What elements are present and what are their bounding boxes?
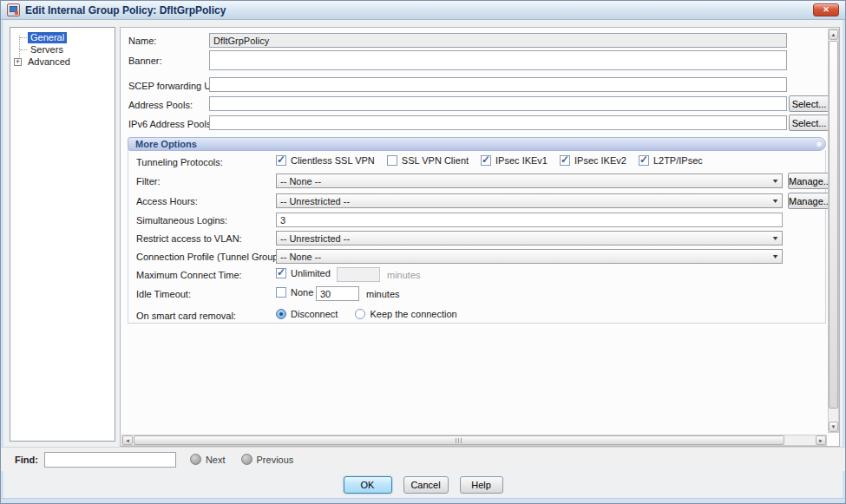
navigation-tree: General Servers + Advanced [10, 27, 115, 442]
scroll-up-button[interactable]: ▲ [829, 29, 838, 40]
find-next-label: Next [206, 455, 226, 465]
horizontal-scrollbar-thumb[interactable] [134, 435, 784, 445]
scroll-down-icon: ▼ [831, 424, 836, 429]
find-bar: Find: Next Previous [1, 447, 845, 471]
banner-field[interactable] [209, 50, 787, 70]
scrollbar-grip-icon [456, 438, 463, 443]
access-hours-dropdown[interactable]: -- Unrestricted -- ▼ [276, 193, 783, 208]
name-label: Name: [128, 36, 156, 46]
restrict-vlan-dropdown[interactable]: -- Unrestricted -- ▼ [276, 231, 783, 245]
checkbox-label: None [291, 287, 313, 298]
checkbox-icon: ✓ [639, 155, 649, 166]
help-button[interactable]: Help [460, 476, 503, 494]
tunneling-protocols-row: ✓ Clientless SSL VPN ✓ SSL VPN Client ✓ … [276, 155, 703, 166]
filter-dropdown[interactable]: -- None -- ▼ [276, 173, 783, 188]
checkbox-clientless-ssl-vpn[interactable]: ✓ Clientless SSL VPN [276, 155, 375, 166]
access-hours-dropdown-value: -- Unrestricted -- [280, 196, 772, 206]
vertical-scrollbar[interactable]: ▲ ▼ [828, 29, 839, 433]
find-previous-button[interactable]: Previous [241, 454, 294, 465]
radio-label: Keep the connection [370, 309, 456, 319]
maximum-connect-time-row: ✓ Unlimited [276, 268, 331, 278]
checkbox-label: L2TP/IPsec [653, 155, 703, 166]
checkbox-icon: ✓ [276, 155, 286, 166]
check-icon: ✓ [482, 154, 490, 166]
dialog-footer: OK Cancel Help [1, 474, 845, 496]
checkbox-label: Unlimited [291, 268, 331, 278]
smart-card-removal-label: On smart card removal: [136, 311, 236, 321]
address-pools-field[interactable] [209, 96, 787, 111]
address-pools-select-button[interactable]: Select... [789, 95, 830, 112]
maximum-connect-time-label: Maximum Connect Time: [136, 270, 242, 280]
app-icon-accent [15, 11, 18, 15]
scep-url-field[interactable] [209, 77, 787, 92]
vertical-scrollbar-thumb[interactable] [829, 41, 838, 409]
smart-card-removal-row: Disconnect Keep the connection [276, 309, 457, 319]
access-hours-manage-button[interactable]: Manage... [788, 193, 831, 209]
cancel-button[interactable]: Cancel [403, 476, 449, 494]
access-hours-label: Access Hours: [136, 196, 198, 206]
checkbox-icon: ✓ [387, 155, 397, 166]
idle-timeout-unit-label: minutes [366, 289, 400, 299]
checkbox-none[interactable]: ✓ None [276, 287, 313, 298]
close-button[interactable]: ✕ [813, 3, 839, 16]
checkbox-icon: ✓ [276, 287, 286, 298]
scroll-right-icon: ► [818, 438, 823, 443]
more-options-group: Tunneling Protocols: ✓ Clientless SSL VP… [128, 150, 826, 324]
checkbox-ipsec-ikev1[interactable]: ✓ IPsec IKEv1 [481, 155, 548, 166]
expand-icon[interactable]: + [14, 58, 22, 66]
scroll-down-button[interactable]: ▼ [829, 422, 838, 432]
maximum-connect-time-minutes-field [337, 267, 380, 282]
dropdown-arrow-icon: ▼ [771, 253, 779, 259]
check-icon: ✓ [277, 154, 285, 166]
checkbox-unlimited[interactable]: ✓ Unlimited [276, 268, 331, 278]
tree-item-advanced[interactable]: Advanced [25, 56, 73, 68]
window-title: Edit Internal Group Policy: DfltGrpPolic… [25, 4, 808, 16]
checkbox-l2tp-ipsec[interactable]: ✓ L2TP/IPsec [639, 155, 703, 166]
window-frame-bottom [1, 498, 845, 503]
checkbox-ssl-vpn-client[interactable]: ✓ SSL VPN Client [387, 155, 469, 166]
tunnel-group-lock-dropdown[interactable]: -- None -- ▼ [276, 249, 783, 264]
idle-timeout-minutes-field[interactable] [316, 286, 359, 301]
tree-item-general[interactable]: General [28, 32, 67, 43]
radio-icon [276, 309, 286, 319]
tunnel-group-lock-dropdown-value: -- None -- [280, 252, 772, 262]
check-icon: ✓ [277, 266, 285, 278]
check-icon: ✓ [561, 154, 569, 166]
find-previous-label: Previous [257, 455, 294, 465]
collapse-icon[interactable] [816, 141, 823, 147]
dropdown-arrow-icon: ▼ [771, 198, 779, 204]
scroll-left-icon: ◄ [125, 438, 130, 443]
radio-disconnect[interactable]: Disconnect [276, 309, 338, 319]
ipv6-address-pools-label: IPv6 Address Pools: [128, 119, 213, 129]
tree-connector [20, 49, 27, 50]
scroll-right-button[interactable]: ► [816, 435, 826, 445]
filter-manage-button[interactable]: Manage... [788, 173, 831, 189]
checkbox-label: SSL VPN Client [402, 155, 469, 166]
name-field[interactable] [209, 33, 787, 48]
checkbox-icon: ✓ [276, 268, 286, 278]
tree-item-servers[interactable]: Servers [28, 44, 66, 56]
horizontal-scrollbar[interactable]: ◄ ► [121, 435, 827, 446]
next-icon [190, 454, 201, 465]
filter-label: Filter: [136, 176, 161, 187]
find-input[interactable] [44, 452, 176, 468]
checkbox-icon: ✓ [560, 155, 570, 166]
maximum-connect-time-unit-label: minutes [387, 270, 421, 280]
idle-timeout-row: ✓ None [276, 287, 313, 298]
check-icon: ✓ [639, 154, 648, 166]
ok-button[interactable]: OK [344, 476, 392, 494]
more-options-header[interactable]: More Options [128, 137, 826, 151]
simultaneous-logins-field[interactable] [276, 213, 783, 227]
idle-timeout-label: Idle Timeout: [136, 289, 191, 299]
radio-keep-connection[interactable]: Keep the connection [355, 309, 456, 319]
checkbox-icon: ✓ [481, 155, 491, 166]
find-next-button[interactable]: Next [190, 454, 226, 465]
ipv6-address-pools-select-button[interactable]: Select... [789, 115, 830, 131]
ipv6-address-pools-field[interactable] [209, 115, 787, 130]
checkbox-label: IPsec IKEv1 [495, 155, 548, 166]
checkbox-label: IPsec IKEv2 [574, 155, 626, 166]
scroll-left-button[interactable]: ◄ [122, 435, 133, 445]
checkbox-ipsec-ikev2[interactable]: ✓ IPsec IKEv2 [560, 155, 626, 166]
app-icon [7, 3, 20, 16]
scroll-up-icon: ▲ [831, 32, 836, 37]
